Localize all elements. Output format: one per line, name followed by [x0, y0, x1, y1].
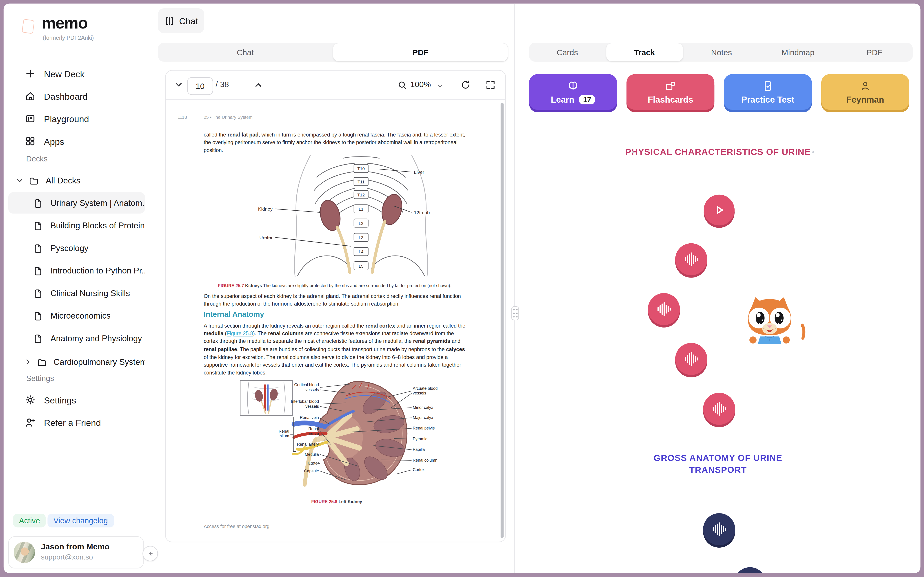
sidebar-item-settings[interactable]: Settings [12, 389, 141, 411]
panel-resize-handle[interactable] [511, 306, 519, 321]
vertebra-label: L3 [359, 235, 363, 240]
chat-toggle-label: Chat [179, 16, 198, 26]
deck-item-clinical-nursing[interactable]: Clinical Nursing Skills [8, 282, 145, 304]
fig2-label: Ureter [289, 461, 319, 466]
fullscreen-icon[interactable] [485, 79, 496, 90]
pdf-scrollbar[interactable] [501, 103, 504, 538]
track-audio-node[interactable] [675, 343, 708, 375]
page-up-button[interactable] [254, 80, 263, 90]
file-icon [33, 198, 44, 208]
vertebra-label: L4 [359, 250, 363, 254]
deck-item-intro-python[interactable]: Introduction to Python Pr... [8, 260, 145, 281]
person-plus-icon [25, 417, 36, 428]
deck-item-label: Pyscology [50, 243, 89, 253]
vertebra-label: T10 [357, 166, 365, 171]
memo-cards-icon [16, 16, 37, 37]
track-section-title: GROSS ANATOMY OF URINE TRANSPORT [515, 452, 921, 476]
deck-item-pyscology[interactable]: Pyscology [8, 237, 145, 259]
fig2-label: Major calyx [413, 415, 449, 420]
sidebar-item-refer-a-friend[interactable]: Refer a Friend [12, 412, 141, 433]
page-down-button[interactable] [174, 80, 183, 90]
tab-pdf[interactable]: PDF [836, 43, 913, 62]
deck-item-label: Introduction to Python Pr... [50, 266, 145, 275]
sidebar-item-all-decks[interactable]: All Decks [8, 170, 145, 191]
learn-count-badge: 17 [579, 95, 595, 104]
app-title: memo [42, 14, 88, 32]
fig1-label-ureter: Ureter [259, 235, 273, 240]
pdf-running-head: 25 • The Urinary System [204, 114, 252, 120]
fig2-label: Renal vein [289, 415, 319, 420]
fig2-label-hilum: Renal hilum [270, 429, 289, 439]
sidebar-item-cardiopulmonary-folder[interactable]: Cardiopulmonary System [8, 351, 145, 372]
pdf-viewer-card: / 38 100% 1118 25 • The Urinary System c… [165, 70, 506, 542]
zoom-search-icon[interactable] [397, 80, 407, 90]
tab-notes[interactable]: Notes [683, 43, 760, 62]
track-audio-node[interactable] [703, 393, 735, 425]
user-card[interactable]: Jason from Memo support@xon.so [8, 537, 144, 569]
folder-icon [29, 175, 39, 185]
file-icon [33, 221, 44, 230]
playground-icon [25, 113, 36, 124]
sidebar-item-label: Apps [44, 136, 64, 146]
deck-item-microeconomics[interactable]: Microeconomics [8, 305, 145, 326]
avatar [14, 542, 35, 563]
zoom-chevron-icon[interactable] [436, 82, 444, 90]
sidebar-item-playground[interactable]: Playground [12, 108, 141, 129]
deck-item-urinary-system[interactable]: Urinary System | Anatom... [8, 192, 145, 213]
flashcards-button[interactable]: Flashcards [627, 74, 714, 110]
track-audio-node-dark[interactable] [703, 513, 735, 545]
figure-25-8: Cortical blood vessels Interlobar blood … [204, 376, 470, 494]
practice-test-label: Practice Test [741, 95, 794, 104]
tab-pdf[interactable]: PDF [333, 44, 508, 61]
tab-chat[interactable]: Chat [158, 43, 333, 62]
checklist-icon [762, 80, 774, 92]
practice-test-button[interactable]: Practice Test [724, 74, 812, 110]
deck-item-building-blocks[interactable]: Building Blocks of Proteins [8, 215, 145, 236]
track-audio-node[interactable] [648, 293, 680, 325]
center-tabs: Chat PDF [158, 43, 508, 62]
feynman-button[interactable]: Feynman [821, 74, 909, 110]
fig2-label: Arcuate blood vessels [413, 386, 447, 396]
page-number-input[interactable] [187, 77, 213, 95]
refresh-icon[interactable] [460, 79, 471, 90]
tab-cards[interactable]: Cards [529, 43, 606, 62]
sidebar: memo (formerly PDF2Anki) New Deck Dashbo… [3, 3, 150, 573]
waveform-icon [711, 522, 727, 537]
figure-25-7-illustration: T10 T11 T12 L1 L2 L3 L4 L5 Kidney Uret [215, 153, 471, 278]
track-play-button[interactable] [704, 195, 735, 226]
file-icon [33, 333, 44, 343]
user-name: Jason from Memo [41, 542, 110, 551]
tab-track[interactable]: Track [606, 44, 683, 61]
learn-button[interactable]: Learn17 [529, 74, 617, 110]
zoom-level-label[interactable]: 100% [410, 80, 431, 89]
sidebar-item-label: New Deck [44, 68, 85, 79]
deck-item-anatomy-physiology[interactable]: Anatomy and Physiology [8, 327, 145, 349]
fig2-label: Renal pelvis [413, 426, 449, 431]
file-icon [33, 288, 44, 298]
collapse-sidebar-button[interactable] [142, 546, 158, 561]
page-total-label: / 38 [215, 80, 229, 89]
flashcards-icon [664, 80, 676, 92]
brain-icon [567, 80, 579, 92]
sidebar-item-new-deck[interactable]: New Deck [12, 63, 141, 84]
deck-item-label: Microeconomics [50, 311, 111, 321]
internal-anatomy-heading: Internal Anatomy [204, 310, 264, 319]
chat-toggle-button[interactable]: Chat [158, 8, 204, 33]
home-icon [25, 91, 36, 102]
track-audio-node[interactable] [675, 243, 708, 276]
pdf-page-number: 1118 [178, 114, 187, 120]
path-dot [632, 152, 634, 153]
vertebra-label: T11 [357, 180, 365, 184]
settings-section-label: Settings [26, 374, 54, 383]
figure-25-7-caption: FIGURE 25.7 Kidneys The kidneys are slig… [218, 283, 473, 289]
sidebar-item-apps[interactable]: Apps [12, 131, 141, 152]
view-changelog-link[interactable]: View changelog [47, 514, 114, 528]
track-audio-node-dark[interactable] [734, 567, 766, 573]
app-window: memo (formerly PDF2Anki) New Deck Dashbo… [3, 3, 921, 573]
pdf-page[interactable]: 1118 25 • The Urinary System called the … [166, 99, 506, 542]
folder-label: Cardiopulmonary System [54, 357, 145, 367]
deck-item-label: Clinical Nursing Skills [50, 288, 130, 298]
sidebar-item-dashboard[interactable]: Dashboard [12, 85, 141, 107]
tab-mindmap[interactable]: Mindmap [760, 43, 836, 62]
vertebra-label: T12 [357, 193, 365, 197]
